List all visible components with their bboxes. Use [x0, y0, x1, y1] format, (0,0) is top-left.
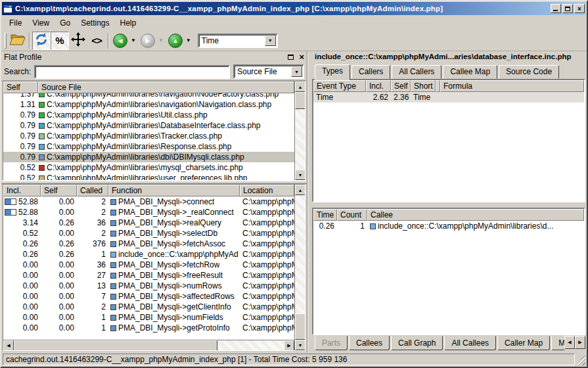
column-header-event-type[interactable]: Event Type: [313, 80, 366, 92]
bottom-tab[interactable]: Callees: [349, 336, 390, 350]
column-header-location[interactable]: Location: [240, 185, 294, 196]
scroll-up-icon[interactable]: ▲: [295, 81, 305, 92]
column-header-self[interactable]: Self: [41, 185, 77, 196]
menu-item[interactable]: View: [27, 17, 55, 29]
column-header-incl[interactable]: Incl.: [366, 80, 391, 92]
forward-dropdown-caret: ▼: [158, 37, 164, 43]
up-button[interactable]: ▲: [166, 32, 185, 50]
bottom-tab[interactable]: Caller Map: [497, 336, 550, 350]
relative-percent-button[interactable]: %: [51, 32, 69, 50]
scroll-down-icon[interactable]: ▼: [295, 170, 305, 180]
bottom-tab[interactable]: All Callees: [444, 336, 496, 350]
function-row[interactable]: 0.00 0.00 27 PMA_DBI_Mysqli->freeResult …: [3, 270, 294, 281]
column-header-function[interactable]: Function: [108, 185, 240, 196]
detail-tab[interactable]: All Callers: [392, 65, 441, 79]
source-file-row[interactable]: 1.31 C:\xampp\phpMyAdmin\libraries\navig…: [3, 99, 294, 110]
grouping-combo[interactable]: Source File ▼: [233, 64, 304, 79]
function-row[interactable]: 0.26 0.26 376 PMA_DBI_Mysqli->fetchAssoc…: [3, 239, 294, 249]
menu-item[interactable]: File: [4, 17, 27, 29]
maximize-button[interactable]: [562, 4, 573, 13]
function-row[interactable]: 3.14 0.26 36 PMA_DBI_Mysqli->realQuery C…: [3, 218, 294, 228]
function-row[interactable]: 52.88 0.00 2 PMA_DBI_Mysqli->_realConnec…: [3, 207, 294, 218]
detail-tab[interactable]: Callers: [351, 65, 390, 79]
column-header-self[interactable]: Self: [391, 80, 411, 92]
function-row[interactable]: 0.00 0.00 1 PMA_DBI_Mysqli->getProtoInfo…: [3, 323, 294, 333]
scrollbar-thumb[interactable]: [14, 340, 217, 350]
function-row[interactable]: 0.26 0.26 1 include_once::C:\xampp\phpMy…: [3, 249, 294, 260]
function-list-scrollbar[interactable]: ▲ ▼: [294, 185, 305, 350]
source-file-row[interactable]: 0.52 C:\xampp\phpMyAdmin\libraries\mysql…: [3, 162, 294, 173]
bottom-tab[interactable]: Machine C: [551, 336, 564, 350]
tab-scroll-right-icon[interactable]: ▶: [575, 336, 585, 349]
expand-collapse-button[interactable]: <>: [87, 32, 106, 50]
combo-dropdown-icon[interactable]: ▼: [265, 35, 276, 46]
function-row[interactable]: 0.00 0.00 7 PMA_DBI_Mysqli->affectedRows…: [3, 291, 294, 302]
open-file-button[interactable]: [9, 32, 27, 50]
back-dropdown-caret[interactable]: ▼: [131, 37, 136, 43]
source-file-row[interactable]: 0.79 C:\xampp\phpMyAdmin\libraries\Util.…: [3, 110, 294, 120]
scroll-right-icon[interactable]: ▶: [284, 340, 294, 350]
column-header-incl[interactable]: Incl.: [3, 185, 41, 196]
source-file-row[interactable]: 0.79 C:\xampp\phpMyAdmin\libraries\dbi\D…: [3, 152, 294, 162]
move-cross-icon: [71, 32, 85, 49]
called-value: 1: [77, 323, 108, 333]
move-button[interactable]: [69, 32, 87, 50]
incl-value: 0.00: [23, 281, 38, 290]
dock-close-icon[interactable]: ×: [299, 54, 304, 60]
source-file-row[interactable]: 0.52 C:\xampp\phpMyAdmin\libraries\user_…: [3, 173, 294, 180]
bottom-tab[interactable]: Call Graph: [391, 336, 443, 350]
column-header-count[interactable]: Count: [337, 209, 367, 221]
source-file-row[interactable]: 0.79 C:\xampp\phpMyAdmin\libraries\Datab…: [3, 120, 294, 131]
scrollbar-thumb[interactable]: [295, 92, 305, 109]
back-button[interactable]: ◀: [111, 32, 129, 50]
callee-table-header: Time Count Callee: [313, 209, 584, 221]
column-header-callee[interactable]: Callee: [367, 209, 584, 221]
event-type-combo[interactable]: Time ▼: [198, 34, 278, 48]
menu-item[interactable]: Help: [115, 17, 142, 29]
function-table-hscrollbar[interactable]: ◀ ▶: [3, 340, 294, 350]
source-file-row[interactable]: 0.79 C:\xampp\phpMyAdmin\libraries\Respo…: [3, 141, 294, 152]
dock-float-icon[interactable]: [288, 55, 294, 60]
search-input[interactable]: [34, 65, 230, 79]
cycle-detection-button[interactable]: [32, 32, 51, 50]
detail-tab[interactable]: Types: [315, 64, 350, 80]
function-row[interactable]: 0.52 0.00 2 PMA_DBI_Mysqli->selectDb C:\…: [3, 228, 294, 239]
menu-item[interactable]: Settings: [76, 17, 114, 29]
column-header-time[interactable]: Time: [313, 209, 337, 221]
source-file-row[interactable]: 1.37 C:\xampp\phpMyAdmin\libraries\navig…: [3, 93, 294, 99]
self-value: 0.00: [41, 302, 77, 311]
source-list-scrollbar[interactable]: ▲ ▼: [294, 81, 305, 180]
function-row[interactable]: 52.88 0.00 2 PMA_DBI_Mysqli->connect C:\…: [3, 196, 294, 207]
column-header-blank[interactable]: [436, 80, 440, 92]
minimize-button[interactable]: [551, 4, 561, 13]
scroll-up-icon[interactable]: ▲: [295, 185, 305, 195]
column-header-self[interactable]: Self: [3, 81, 38, 93]
scrollbar-thumb[interactable]: [295, 313, 305, 340]
column-header-source-file[interactable]: Source File: [38, 81, 294, 93]
tab-scroll-left-icon[interactable]: ◀: [564, 336, 575, 349]
detail-tab[interactable]: Source Code: [499, 65, 559, 79]
function-row[interactable]: 0.00 0.00 1 PMA_DBI_Mysqli->numFields C:…: [3, 312, 294, 323]
forward-button[interactable]: ▶: [139, 32, 157, 50]
toolbar-handle[interactable]: [5, 33, 7, 49]
up-dropdown-caret[interactable]: ▼: [186, 37, 191, 43]
flat-profile-panel: Flat Profile × Search: Source File ▼ Sel…: [1, 51, 307, 352]
menu-item[interactable]: Go: [55, 17, 76, 29]
resize-grip[interactable]: [576, 354, 585, 365]
source-file-row[interactable]: 0.79 C:\xampp\phpMyAdmin\libraries\Track…: [3, 131, 294, 141]
function-row[interactable]: 0.00 0.00 36 PMA_DBI_Mysqli->fetchRow C:…: [3, 260, 294, 270]
function-row[interactable]: 0.00 0.00 2 PMA_DBI_Mysqli->getClientInf…: [3, 302, 294, 312]
column-header-short[interactable]: Short: [411, 80, 436, 92]
close-button[interactable]: ×: [574, 4, 585, 13]
column-header-called[interactable]: Called: [77, 185, 108, 196]
scroll-down-icon[interactable]: ▼: [295, 340, 305, 350]
function-row[interactable]: 0.00 0.00 13 PMA_DBI_Mysqli->numRows C:\…: [3, 281, 294, 291]
app-window: C:\xampp\tmp\cachegrind.out.1416463299-C…: [0, 0, 588, 368]
detail-tab[interactable]: Callee Map: [443, 65, 497, 79]
scroll-left-icon[interactable]: ◀: [3, 340, 14, 350]
callee-row[interactable]: 0.26 1 include_once::C:\xampp\phpMyAdmin…: [313, 221, 584, 231]
column-header-formula[interactable]: Formula: [440, 80, 584, 92]
bottom-tab[interactable]: Parts: [315, 336, 348, 350]
combo-dropdown-icon[interactable]: ▼: [291, 66, 302, 77]
event-type-row[interactable]: Time 2.62 2.36 Time: [313, 92, 584, 103]
